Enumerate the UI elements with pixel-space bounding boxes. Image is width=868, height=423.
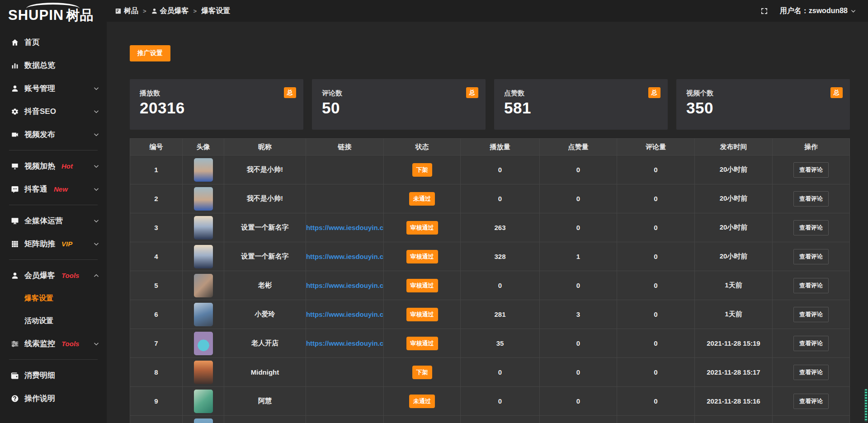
total-badge: 总 — [648, 87, 660, 98]
cell-link — [306, 387, 384, 415]
username-label: 用户名：zswodun88 — [780, 6, 848, 16]
cell-plays: 0 — [461, 358, 540, 386]
cell-id: 5 — [130, 271, 183, 300]
view-comments-button[interactable]: 查看评论 — [793, 394, 829, 409]
sidebar-item-video-publish[interactable]: 视频发布 — [0, 123, 107, 146]
sidebar-item-member-baoke[interactable]: 会员爆客Tools — [0, 264, 107, 287]
grid-icon — [11, 240, 19, 248]
cell-nickname: 阿慧 — [224, 387, 306, 415]
column-header: 播放量 — [461, 139, 540, 155]
total-badge: 总 — [284, 87, 296, 98]
fullscreen-icon[interactable] — [760, 7, 768, 15]
view-comments-button[interactable]: 查看评论 — [793, 336, 829, 351]
sidebar-item-data-overview[interactable]: 数据总览 — [0, 54, 107, 77]
cell-id: 2 — [130, 184, 183, 213]
sidebar-item-badge: Tools — [61, 272, 79, 279]
sidebar-item-operation-guide[interactable]: 操作说明 — [0, 387, 107, 410]
cell-comments: 0 — [617, 387, 695, 415]
view-comments-button[interactable]: 查看评论 — [793, 162, 829, 178]
video-link[interactable]: https://www.iesdouyin.c — [306, 253, 383, 260]
question-icon — [11, 395, 19, 403]
sidebar-item-label: 操作说明 — [24, 393, 55, 404]
scrollbar-thumb[interactable] — [864, 389, 868, 422]
data-table: 编号头像昵称链接状态播放量点赞量评论量发布时间操作 1我不是小帅!下架00020… — [130, 138, 850, 423]
cell-likes: 0 — [540, 387, 617, 415]
video-link[interactable]: https://www.iesdouyin.c — [306, 224, 383, 231]
cell-nickname: 小爱玲 — [224, 300, 306, 329]
sidebar-item-video-heat[interactable]: 视频加热Hot — [0, 155, 107, 178]
video-link[interactable]: https://www.iesdouyin.c — [306, 310, 383, 318]
cell-publish-time: 2021-11-28 15:19 — [695, 329, 773, 357]
promo-settings-button[interactable]: 推广设置 — [130, 45, 170, 61]
sidebar-item-label: 矩阵助推 — [24, 239, 55, 249]
bar-chart-icon — [11, 61, 19, 70]
cell-status: 未通过 — [384, 387, 461, 415]
cell-publish-time: 2021-11-28 15:17 — [695, 358, 773, 386]
stat-value: 581 — [504, 99, 659, 117]
cell-link[interactable]: https://www.iesdouyin.c — [306, 242, 384, 271]
user-icon — [11, 272, 19, 280]
sidebar-item-label: 全媒体运营 — [24, 216, 63, 226]
cell-comments: 0 — [617, 213, 695, 242]
sidebar-item-douyin-seo[interactable]: 抖音SEO — [0, 100, 107, 123]
view-comments-button[interactable]: 查看评论 — [793, 307, 829, 322]
stat-value: 50 — [322, 99, 476, 117]
sidebar-item-label: 视频发布 — [24, 129, 55, 140]
cell-actions: 查看评论 — [773, 300, 849, 329]
status-badge: 审核通过 — [406, 221, 438, 235]
view-comments-button[interactable]: 查看评论 — [793, 249, 829, 264]
user-icon — [11, 85, 19, 93]
video-icon — [11, 131, 19, 139]
sidebar-item-consume-detail[interactable]: 消费明细 — [0, 364, 107, 387]
column-header: 点赞量 — [540, 139, 617, 155]
cell-link[interactable]: https://www.iesdouyin.c — [306, 300, 384, 329]
sidebar-subitem-activity-settings[interactable]: 活动设置 — [0, 310, 107, 332]
cell-avatar — [183, 271, 224, 300]
breadcrumb-separator: > — [143, 8, 146, 14]
topbar-right: 用户名：zswodun88 — [760, 6, 856, 16]
status-badge: 审核通过 — [406, 337, 438, 350]
cell-link[interactable]: https://www.iesdouyin.c — [306, 271, 384, 300]
sidebar-item-label: 消费明细 — [24, 370, 55, 381]
video-link[interactable]: https://www.iesdouyin.c — [306, 339, 383, 347]
sidebar-item-home[interactable]: 首页 — [0, 31, 107, 54]
sidebar-item-account-manage[interactable]: 账号管理 — [0, 77, 107, 100]
sidebar-item-douketong[interactable]: 抖客通New — [0, 178, 107, 201]
breadcrumb-item-shupin[interactable]: 树品 — [115, 6, 138, 16]
video-link[interactable]: https://www.iesdouyin.c — [306, 282, 383, 289]
cell-avatar — [183, 300, 224, 329]
sidebar-menu: 首页数据总览账号管理抖音SEO视频发布视频加热Hot抖客通New全媒体运营矩阵助… — [0, 28, 107, 410]
user-menu[interactable]: 用户名：zswodun88 — [780, 6, 856, 16]
breadcrumb-item-baoke-settings[interactable]: 爆客设置 — [201, 6, 230, 16]
cell-plays: 281 — [461, 300, 540, 329]
chevron-down-icon — [93, 85, 99, 92]
cell-publish-time: 20小时前 — [695, 213, 773, 242]
table-row: 7老人开店https://www.iesdouyin.c审核通过35002021… — [130, 329, 849, 357]
view-comments-button[interactable]: 查看评论 — [793, 191, 829, 207]
main-content: 推广设置 播放数20316总评论数50总点赞数581总视频个数350总 编号头像… — [107, 22, 868, 423]
avatar — [194, 216, 213, 240]
stat-value: 20316 — [140, 99, 294, 117]
avatar — [194, 361, 213, 384]
sidebar-item-media-operation[interactable]: 全媒体运营 — [0, 209, 107, 232]
sidebar-item-matrix-boost[interactable]: 矩阵助推VIP — [0, 232, 107, 255]
cell-likes: 0 — [540, 184, 617, 213]
brand-logo[interactable]: SHUPIN树品 — [0, 0, 107, 28]
cell-link[interactable]: https://www.iesdouyin.c — [306, 329, 384, 357]
cell-actions: 查看评论 — [773, 329, 849, 357]
cell-comments: 0 — [617, 155, 695, 184]
sidebar-subitem-baoke-settings[interactable]: 爆客设置 — [0, 287, 107, 310]
stat-card: 评论数50总 — [312, 79, 486, 130]
cell-status: 下架 — [384, 155, 461, 184]
sidebar-item-label: 视频加热 — [24, 161, 55, 171]
breadcrumb-item-member-baoke[interactable]: 会员爆客 — [151, 6, 189, 16]
view-comments-button[interactable]: 查看评论 — [793, 220, 829, 235]
sidebar-item-clue-monitor[interactable]: 线索监控Tools — [0, 332, 107, 355]
cell-publish-time: 1天前 — [695, 271, 773, 300]
total-badge: 总 — [466, 87, 478, 98]
sidebar-item-label: 抖客通 — [24, 184, 47, 194]
view-comments-button[interactable]: 查看评论 — [793, 365, 829, 380]
view-comments-button[interactable]: 查看评论 — [793, 278, 829, 293]
cell-nickname — [224, 416, 306, 423]
cell-link[interactable]: https://www.iesdouyin.c — [306, 213, 384, 242]
